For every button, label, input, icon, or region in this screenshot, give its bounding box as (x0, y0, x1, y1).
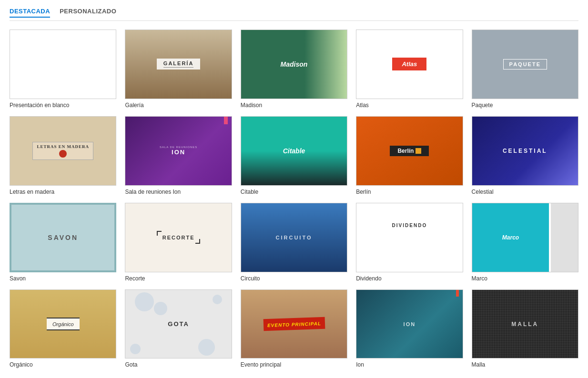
thumb-celestial-title: CELESTIAL (503, 148, 547, 154)
template-atlas[interactable]: Atlas Atlas (356, 30, 463, 109)
thumb-marco: Marco (472, 203, 578, 272)
thumb-madison: Madison (241, 30, 347, 99)
template-ion[interactable]: SALA DE REUNIONES ION Sala de reuniones … (125, 116, 232, 195)
thumb-ion2: ION (356, 289, 463, 359)
template-blank[interactable]: Presentación en blanco (10, 30, 116, 109)
thumb-recorte: RECORTE (125, 203, 232, 272)
thumb-savon-title: SAVON (48, 234, 78, 241)
thumb-atlas-title: Atlas (402, 60, 417, 68)
label-galeria: Galería (125, 102, 232, 109)
template-gota[interactable]: GOTA Gota (125, 289, 232, 368)
template-malla[interactable]: MALLA Malla (472, 289, 578, 368)
label-blank: Presentación en blanco (10, 102, 116, 109)
marco-main-panel: Marco (472, 203, 549, 272)
label-berlin: Berlín (356, 189, 463, 195)
thumb-malla-title: MALLA (511, 321, 538, 328)
template-citable[interactable]: Citable Citable (241, 116, 347, 195)
thumb-circuito: CIRCUITO (241, 203, 347, 272)
thumb-blank (10, 30, 116, 99)
marco-side-panel (551, 203, 578, 272)
thumb-circuito-title: CIRCUITO (276, 235, 313, 240)
berlin-accent-decoration (416, 148, 421, 154)
thumb-atlas: Atlas (356, 30, 463, 99)
thumb-savon: SAVON (10, 203, 116, 272)
thumb-malla: MALLA (472, 289, 578, 359)
template-letras[interactable]: LETRAS EN MADERA Letras en madera (10, 116, 116, 195)
thumb-dividendo-title: DIVIDENDO (392, 223, 427, 228)
ion-tag-decoration (224, 117, 228, 124)
template-marco[interactable]: Marco Marco (472, 203, 578, 282)
thumb-ion: SALA DE REUNIONES ION (125, 116, 232, 186)
label-gota: Gota (125, 361, 232, 368)
template-recorte[interactable]: RECORTE Recorte (125, 203, 232, 282)
thumb-evento-title: EVENTO PRINCIPAL (267, 321, 321, 328)
template-evento[interactable]: EVENTO PRINCIPAL Evento principal (241, 289, 347, 368)
thumb-ion2-title: ION (404, 321, 416, 327)
template-dividendo[interactable]: DIVIDENDO Dividendo (356, 203, 463, 282)
label-recorte: Recorte (125, 275, 232, 282)
thumb-letras: LETRAS EN MADERA (10, 116, 116, 186)
label-citable: Citable (241, 189, 347, 195)
template-organico[interactable]: Orgánico Orgánico (10, 289, 116, 368)
tab-destacada[interactable]: DESTACADA (10, 8, 50, 18)
label-madison: Madison (241, 102, 347, 109)
thumb-citable-title: Citable (283, 147, 305, 155)
thumb-evento: EVENTO PRINCIPAL (241, 289, 347, 359)
ion2-tag-decoration (456, 290, 459, 297)
thumb-marco-title: Marco (502, 234, 519, 241)
label-organico: Orgánico (10, 361, 116, 368)
thumb-madison-title: Madison (281, 60, 308, 68)
thumb-organico: Orgánico (10, 289, 116, 359)
label-atlas: Atlas (356, 102, 463, 109)
label-paquete: Paquete (472, 102, 578, 109)
template-celestial[interactable]: CELESTIAL Celestial (472, 116, 578, 195)
template-ion2[interactable]: ION Ion (356, 289, 463, 368)
thumb-recorte-title: RECORTE (162, 235, 195, 240)
template-circuito[interactable]: CIRCUITO Circuito (241, 203, 347, 282)
label-malla: Malla (472, 361, 578, 368)
thumb-dividendo: DIVIDENDO (356, 203, 463, 272)
thumb-ion-title: ION (172, 149, 185, 156)
label-marco: Marco (472, 275, 578, 282)
template-savon[interactable]: SAVON Savon (10, 203, 116, 282)
tabs-bar: DESTACADA PERSONALIZADO (10, 8, 578, 21)
thumb-celestial: CELESTIAL (472, 116, 578, 186)
label-letras: Letras en madera (10, 189, 116, 195)
template-galeria[interactable]: GALERÍA Galería (125, 30, 232, 109)
thumb-berlin: Berlín (356, 116, 463, 186)
label-ion2: Ion (356, 361, 463, 368)
thumb-berlin-title: Berlín (397, 148, 414, 154)
thumb-organico-title: Orgánico (52, 321, 74, 327)
templates-grid: Presentación en blanco GALERÍA Galería M… (10, 30, 578, 368)
thumb-citable: Citable (241, 116, 347, 186)
template-paquete[interactable]: PAQUETE Paquete (472, 30, 578, 109)
thumb-letras-title: LETRAS EN MADERA (37, 144, 89, 149)
thumb-galeria: GALERÍA (125, 30, 232, 99)
template-madison[interactable]: Madison Madison (241, 30, 347, 109)
label-circuito: Circuito (241, 275, 347, 282)
thumb-paquete-title: PAQUETE (509, 61, 541, 67)
tab-personalizado[interactable]: PERSONALIZADO (60, 8, 116, 18)
label-savon: Savon (10, 275, 116, 282)
thumb-gota-title: GOTA (168, 320, 189, 328)
thumb-gota: GOTA (125, 289, 232, 359)
label-evento: Evento principal (241, 361, 347, 368)
thumb-paquete: PAQUETE (472, 30, 578, 99)
thumb-galeria-title: GALERÍA (163, 60, 194, 66)
template-berlin[interactable]: Berlín Berlín (356, 116, 463, 195)
label-ion: Sala de reuniones Ion (125, 189, 232, 195)
label-dividendo: Dividendo (356, 275, 463, 282)
label-celestial: Celestial (472, 189, 578, 195)
